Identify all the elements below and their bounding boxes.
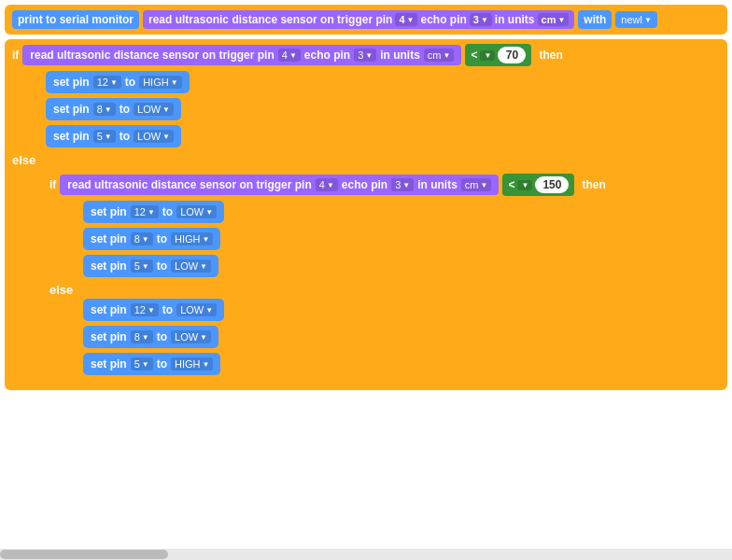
echo-pin-1[interactable]: 3: [354, 49, 376, 62]
workspace: print to serial monitor read ultrasonic …: [0, 0, 732, 560]
state-low-1[interactable]: LOW: [134, 103, 174, 116]
echo-pin-2[interactable]: 3: [391, 178, 414, 191]
if-header-1: if read ultrasonic distance sensor on tr…: [5, 39, 727, 71]
operator-dropdown-2[interactable]: [517, 180, 532, 190]
if-body-2: set pin 12 to LOW set pin 8 to HIGH set …: [79, 201, 720, 281]
state-low-3[interactable]: LOW: [176, 205, 217, 218]
pin-5-dropdown-1[interactable]: 5: [93, 130, 116, 143]
units-1[interactable]: cm: [424, 49, 455, 62]
if-block-2: if read ultrasonic distance sensor on tr…: [42, 169, 720, 385]
operator-dropdown-1[interactable]: [480, 50, 495, 61]
sensor-block-top: read ultrasonic distance sensor on trigg…: [143, 10, 574, 29]
scrollbar-container[interactable]: [0, 549, 732, 560]
set-pin-12-low: set pin 12 to LOW: [83, 201, 224, 223]
state-low-5[interactable]: LOW: [176, 303, 217, 316]
operator-block-1: < 70: [465, 44, 531, 66]
if-block-1: if read ultrasonic distance sensor on tr…: [5, 39, 727, 390]
set-pin-5-low-1: set pin 5 to LOW: [46, 125, 181, 147]
set-pin-8-low-1: set pin 8 to LOW: [46, 98, 181, 120]
pin-5-dropdown-3[interactable]: 5: [131, 357, 153, 371]
state-low-2[interactable]: LOW: [134, 130, 174, 143]
pin-8-dropdown-1[interactable]: 8: [93, 103, 116, 116]
scrollbar-thumb[interactable]: [0, 550, 168, 559]
pin-12-dropdown-2[interactable]: 12: [131, 205, 159, 218]
with-label: with: [578, 10, 612, 29]
newline-dropdown[interactable]: newl: [615, 11, 657, 28]
state-low-6[interactable]: LOW: [171, 330, 211, 343]
value-1[interactable]: 70: [498, 47, 526, 63]
set-pin-12-high: set pin 12 to HIGH: [46, 71, 190, 93]
else-body-2: set pin 12 to LOW set pin 8 to LOW set p…: [79, 299, 720, 379]
set-pin-5-high: set pin 5 to HIGH: [83, 353, 220, 375]
pin-8-dropdown-3[interactable]: 8: [131, 330, 153, 343]
operator-block-2: < 150: [502, 174, 574, 196]
set-pin-12-low-else: set pin 12 to LOW: [83, 299, 224, 321]
trigger-pin-dropdown-top[interactable]: 4: [395, 13, 417, 26]
set-pin-8-low-else: set pin 8 to LOW: [83, 326, 218, 348]
pin-8-dropdown-2[interactable]: 8: [131, 232, 153, 245]
else-label-2: else: [42, 281, 720, 299]
state-high-2[interactable]: HIGH: [171, 232, 213, 245]
units-dropdown-top[interactable]: cm: [538, 13, 570, 26]
trigger-pin-1[interactable]: 4: [278, 49, 301, 62]
pin-12-dropdown[interactable]: 12: [93, 76, 121, 89]
print-block: print to serial monitor read ultrasonic …: [5, 5, 727, 35]
set-pin-8-high: set pin 8 to HIGH: [83, 228, 220, 250]
if-body-1: set pin 12 to HIGH set pin 8 to LOW set …: [42, 71, 727, 151]
trigger-pin-2[interactable]: 4: [316, 178, 338, 191]
value-2[interactable]: 150: [535, 176, 569, 193]
sensor-block-2: read ultrasonic distance sensor on trigg…: [60, 175, 499, 195]
set-pin-5-low-2: set pin 5 to LOW: [83, 255, 218, 277]
pin-12-dropdown-3[interactable]: 12: [131, 303, 159, 316]
state-high-1[interactable]: HIGH: [139, 76, 181, 89]
units-2[interactable]: cm: [461, 178, 492, 191]
pin-5-dropdown-2[interactable]: 5: [131, 259, 153, 273]
state-high-3[interactable]: HIGH: [171, 357, 213, 371]
if-header-2: if read ultrasonic distance sensor on tr…: [42, 169, 720, 201]
print-label: print to serial monitor: [12, 10, 139, 29]
echo-pin-dropdown-top[interactable]: 3: [470, 13, 492, 26]
sensor-block-1: read ultrasonic distance sensor on trigg…: [22, 45, 461, 65]
state-low-4[interactable]: LOW: [171, 259, 211, 273]
else-label-1: else: [5, 151, 727, 169]
